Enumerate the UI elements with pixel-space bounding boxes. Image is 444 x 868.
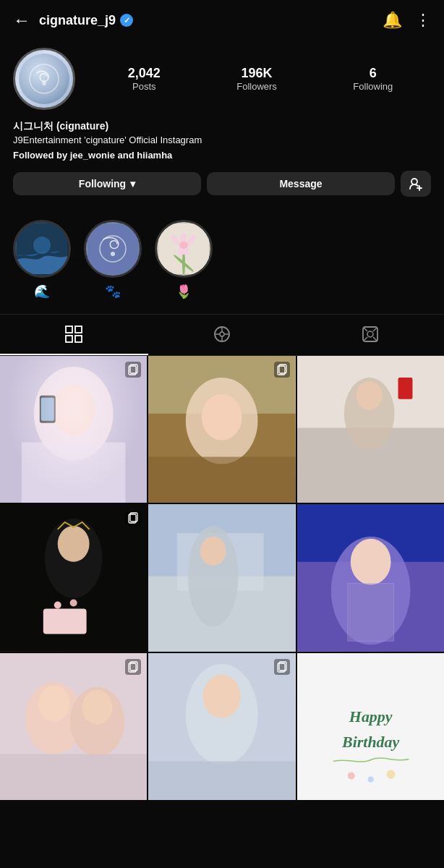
grid-cell-1[interactable] [0, 356, 147, 503]
highlight-emoji-1: 🌊 [34, 284, 50, 299]
stat-followers[interactable]: 196K Followers [236, 66, 277, 92]
chevron-down-icon: ▾ [130, 178, 135, 190]
grid-cell-3[interactable] [297, 356, 444, 503]
top-nav: ← cignature_j9 ✓ 🔔 ⋮ [0, 0, 444, 41]
following-button[interactable]: Following ▾ [13, 172, 201, 195]
highlight-image-2 [87, 224, 138, 274]
followers-count: 196K [242, 66, 273, 81]
svg-rect-74 [0, 754, 147, 800]
svg-rect-30 [0, 356, 147, 503]
svg-point-63 [200, 537, 226, 566]
multi-badge-2 [274, 362, 290, 378]
follower1[interactable]: jee_wonie [70, 150, 115, 161]
multi-badge-1 [125, 362, 141, 378]
username-text: cignature_j9 [39, 13, 116, 28]
svg-point-32 [52, 385, 95, 435]
following-count: 6 [370, 66, 377, 81]
grid-cell-6[interactable] [297, 504, 444, 651]
message-label: Message [279, 178, 322, 190]
followed-by-prefix: Followed by [13, 150, 70, 161]
photo-5 [148, 504, 295, 651]
svg-rect-19 [75, 326, 82, 333]
avatar-container[interactable] [13, 48, 75, 110]
highlight-item-3[interactable]: 🌷 [155, 220, 213, 299]
bio-description: J9Entertainment 'cignature' Official Ins… [13, 135, 431, 145]
grid-cell-4[interactable] [0, 504, 147, 651]
photo-7 [0, 653, 147, 800]
svg-point-55 [54, 602, 61, 609]
followers-label: Followers [236, 81, 277, 92]
svg-rect-36 [130, 365, 137, 373]
svg-point-31 [34, 367, 114, 461]
bell-icon[interactable]: 🔔 [383, 11, 402, 30]
svg-point-17 [180, 242, 187, 249]
multi-post-icon-2 [276, 364, 288, 375]
multi-post-icon-8 [276, 661, 288, 673]
avatar-logo [27, 61, 61, 96]
nav-icons: 🔔 ⋮ [383, 11, 431, 30]
svg-point-86 [347, 772, 354, 779]
avatar-inner [19, 54, 69, 104]
svg-rect-33 [22, 443, 126, 503]
multi-post-icon [127, 364, 139, 375]
svg-point-73 [82, 689, 113, 724]
add-friend-button[interactable] [401, 171, 431, 197]
multi-badge-7 [125, 659, 141, 675]
tab-bar [0, 315, 444, 356]
photo-9: Happy Birthday [297, 653, 444, 800]
highlight-image-1 [17, 224, 67, 274]
svg-rect-42 [148, 457, 295, 503]
posts-label: Posts [132, 81, 156, 92]
photo-6 [297, 504, 444, 651]
svg-text:Happy: Happy [349, 707, 393, 725]
svg-rect-48 [398, 378, 412, 399]
posts-count: 2,042 [128, 66, 161, 81]
stat-posts[interactable]: 2,042 Posts [128, 66, 161, 92]
verified-badge: ✓ [120, 14, 133, 27]
highlight-item-1[interactable]: 🌊 [13, 220, 71, 299]
follower2[interactable]: hiiamha [137, 150, 172, 161]
action-buttons: Following ▾ Message [13, 171, 431, 197]
svg-rect-80 [148, 761, 295, 800]
reels-icon [213, 325, 231, 344]
photo-1 [0, 356, 147, 503]
multi-post-icon-4 [127, 512, 139, 524]
svg-point-29 [367, 331, 373, 337]
grid-cell-2[interactable] [148, 356, 295, 503]
highlight-circle-3 [155, 220, 213, 278]
nav-username: cignature_j9 ✓ [39, 13, 133, 28]
back-button[interactable]: ← [13, 10, 30, 30]
stat-following[interactable]: 6 Following [353, 66, 393, 92]
photo-2 [148, 356, 295, 503]
profile-section: 2,042 Posts 196K Followers 6 Following 시… [0, 41, 444, 208]
svg-point-56 [70, 600, 77, 607]
svg-rect-20 [66, 336, 72, 342]
highlights-row: 🌊 🐾 [0, 208, 444, 315]
message-button[interactable]: Message [207, 172, 395, 195]
svg-point-87 [367, 776, 373, 782]
svg-rect-18 [66, 326, 72, 333]
following-label: Following [79, 178, 126, 190]
grid-cell-8[interactable] [148, 653, 295, 800]
svg-point-7 [111, 252, 115, 256]
svg-rect-37 [129, 366, 136, 375]
grid-cell-7[interactable] [0, 653, 147, 800]
svg-point-50 [356, 381, 382, 410]
more-icon[interactable]: ⋮ [415, 11, 431, 30]
svg-point-88 [386, 770, 395, 778]
grid-cell-5[interactable] [148, 504, 295, 651]
multi-badge-4 [125, 510, 141, 526]
tab-tagged[interactable] [296, 315, 444, 355]
tab-reels[interactable] [148, 315, 296, 355]
svg-text:Birthday: Birthday [341, 732, 399, 750]
grid-cell-9[interactable]: Happy Birthday [297, 653, 444, 800]
followed-by: Followed by jee_wonie and hiiamha [13, 150, 431, 161]
svg-point-2 [411, 179, 417, 184]
bio-name: 시그니처 (cignature) [13, 120, 431, 133]
tab-grid[interactable] [0, 315, 148, 355]
highlight-item-2[interactable]: 🐾 [84, 220, 142, 299]
svg-point-79 [203, 675, 241, 718]
svg-point-41 [202, 394, 242, 441]
highlight-emoji-3: 🌷 [176, 284, 192, 299]
following-label: Following [353, 81, 393, 92]
